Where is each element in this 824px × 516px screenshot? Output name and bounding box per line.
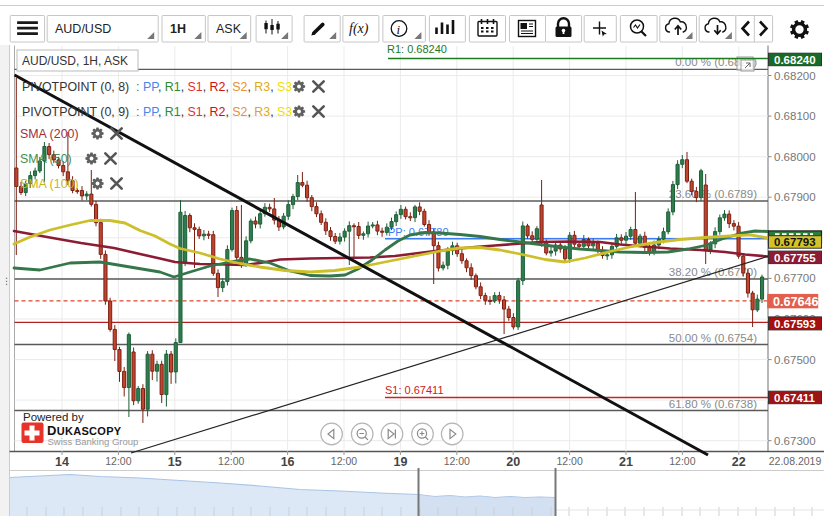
svg-text:14: 14	[55, 455, 69, 469]
svg-text:ASK: ASK	[216, 22, 242, 36]
svg-text:0.67411: 0.67411	[774, 392, 816, 404]
svg-text:0.67500: 0.67500	[774, 354, 816, 366]
svg-text:f(x): f(x)	[349, 21, 369, 37]
svg-text:1H: 1H	[170, 22, 186, 36]
svg-text:AUD/USD: AUD/USD	[55, 22, 111, 36]
svg-text:Powered by: Powered by	[23, 411, 84, 423]
svg-text:12:00: 12:00	[218, 455, 244, 467]
svg-text:⋮: ⋮	[2, 276, 11, 286]
svg-text:SMA (50): SMA (50)	[20, 152, 72, 166]
svg-text:50.00 % (0.6754): 50.00 % (0.6754)	[669, 332, 757, 344]
svg-text:12:00: 12:00	[444, 455, 470, 467]
svg-text:16: 16	[281, 455, 295, 469]
svg-text:i: i	[397, 22, 401, 37]
svg-text:15: 15	[168, 455, 182, 469]
svg-text:12:00: 12:00	[556, 455, 582, 467]
svg-text:19: 19	[393, 455, 407, 469]
svg-text:22.08.2019: 22.08.2019	[769, 455, 822, 467]
svg-text:61.80 % (0.6738): 61.80 % (0.6738)	[669, 398, 757, 410]
svg-text:12:00: 12:00	[105, 455, 131, 467]
svg-text:0.68000: 0.68000	[774, 151, 816, 163]
svg-text:SMA (100): SMA (100)	[20, 177, 79, 191]
svg-text:12:00: 12:00	[669, 455, 695, 467]
svg-text:PIVOTPOINT (0, 8) : PP, R1, S: PIVOTPOINT (0, 8) : PP, R1, S1, R2, S2, …	[22, 80, 292, 94]
svg-text:0.67700: 0.67700	[774, 272, 816, 284]
svg-text:Swiss Banking Group: Swiss Banking Group	[48, 436, 139, 447]
svg-text:0.68240: 0.68240	[774, 54, 816, 66]
svg-text:12:00: 12:00	[331, 455, 357, 467]
svg-text:0.67755: 0.67755	[774, 252, 816, 264]
svg-text:0.67646: 0.67646	[773, 295, 819, 309]
svg-text:0.68100: 0.68100	[774, 110, 816, 122]
svg-text:0.68200: 0.68200	[774, 70, 816, 82]
svg-text:21: 21	[619, 455, 633, 469]
svg-text:AUD/USD, 1H, ASK: AUD/USD, 1H, ASK	[22, 54, 128, 68]
svg-text:0.67300: 0.67300	[774, 435, 816, 447]
svg-text:SMA (200): SMA (200)	[20, 127, 79, 141]
svg-text:0.67793: 0.67793	[774, 236, 816, 248]
svg-text:0.67900: 0.67900	[774, 191, 816, 203]
svg-text:23.60 % (0.6789): 23.60 % (0.6789)	[669, 188, 757, 200]
svg-text:PIVOTPOINT (0, 9) : PP, R1, S: PIVOTPOINT (0, 9) : PP, R1, S1, R2, S2, …	[22, 105, 292, 119]
svg-text:22: 22	[732, 455, 746, 469]
svg-text:0.67593: 0.67593	[774, 318, 816, 330]
svg-text:S1: 0.67411: S1: 0.67411	[385, 384, 444, 396]
svg-text:20: 20	[506, 455, 520, 469]
